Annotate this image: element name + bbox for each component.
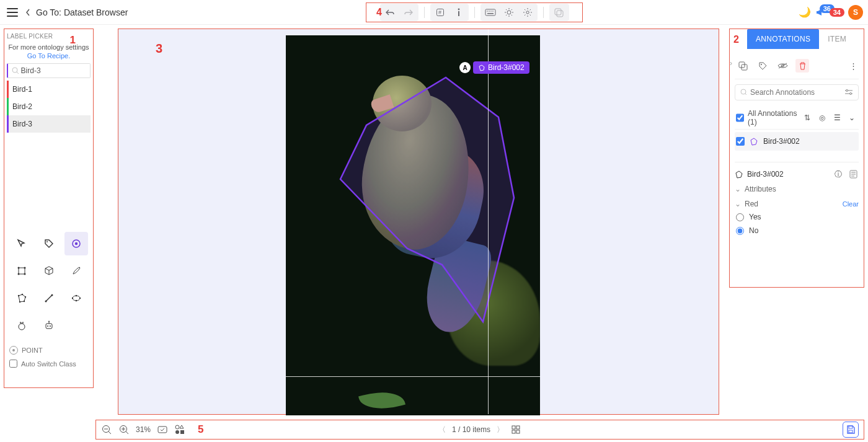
collapse-icon[interactable]: › xyxy=(730,59,732,68)
app-header: Go To: Dataset Browser 4 # xyxy=(0,0,868,25)
visibility-icon[interactable] xyxy=(776,59,789,73)
copy-icon[interactable] xyxy=(736,59,750,73)
annotation-action-row: › ⋮ xyxy=(735,54,859,79)
image-canvas[interactable] xyxy=(286,35,540,415)
list-icon[interactable]: ☰ xyxy=(831,112,843,123)
keyboard-icon[interactable] xyxy=(483,6,498,19)
svg-point-53 xyxy=(48,321,50,322)
svg-point-65 xyxy=(850,93,852,95)
target-icon[interactable]: ◎ xyxy=(817,112,828,123)
annotation-search[interactable] xyxy=(735,84,859,100)
annotation-search-input[interactable] xyxy=(750,88,844,97)
annotations-panel: 2 ANNOTATIONS ITEM › ⋮ All Annotations (… xyxy=(729,29,864,288)
polygon-tool-icon[interactable] xyxy=(10,286,33,310)
svg-rect-81 xyxy=(512,426,515,429)
polygon-icon xyxy=(735,170,743,179)
point-mode-icon xyxy=(9,346,18,355)
svg-rect-77 xyxy=(158,427,167,433)
svg-point-19 xyxy=(526,11,528,14)
label-search-input[interactable] xyxy=(21,66,86,75)
zoom-out-icon[interactable] xyxy=(101,424,112,435)
sort-icon[interactable]: ⇅ xyxy=(802,112,813,123)
bottom-bar: 31% 5 〈 1 / 10 items 〉 xyxy=(95,420,864,440)
all-annotations-checkbox[interactable] xyxy=(736,113,744,122)
annotation-item-checkbox[interactable] xyxy=(736,137,745,146)
filter-icon[interactable] xyxy=(844,89,853,96)
point-tool-icon[interactable] xyxy=(64,232,88,255)
label-item-bird3[interactable]: Bird-3 xyxy=(7,115,91,133)
save-button[interactable] xyxy=(843,422,859,438)
radio-no[interactable] xyxy=(736,227,744,235)
undo-icon[interactable] xyxy=(383,6,397,19)
box-tool-icon[interactable] xyxy=(10,259,33,283)
fit-icon[interactable] xyxy=(157,424,168,435)
alerts-bell-icon[interactable]: 34 xyxy=(830,8,844,17)
info-icon[interactable] xyxy=(451,6,466,19)
cube-tool-icon[interactable] xyxy=(37,259,61,283)
attr-option-yes[interactable]: Yes xyxy=(735,210,859,223)
label-item-bird1[interactable]: Bird-1 xyxy=(7,81,91,98)
shapes-icon[interactable] xyxy=(174,424,185,435)
label-picker-panel: 1 LABEL PICKER For more ontology setting… xyxy=(4,29,94,388)
ellipse-tool-icon[interactable] xyxy=(64,286,88,310)
delete-icon[interactable] xyxy=(795,59,809,73)
all-annotations-label: All Annotations (1) xyxy=(748,109,798,126)
tab-annotations[interactable]: ANNOTATIONS xyxy=(747,29,819,49)
pointer-tool-icon[interactable] xyxy=(10,232,33,255)
avatar[interactable]: S xyxy=(848,5,863,20)
brush-tool-icon[interactable] xyxy=(64,259,88,283)
tag-tool-icon[interactable] xyxy=(37,232,61,255)
zoom-in-icon[interactable] xyxy=(118,424,130,435)
svg-rect-83 xyxy=(512,430,515,433)
auto-switch-label: Auto Switch Class xyxy=(21,360,76,368)
right-tabs: ANNOTATIONS ITEM xyxy=(747,29,864,49)
grid-view-icon[interactable] xyxy=(510,424,521,435)
attributes-section[interactable]: ⌄ Attributes xyxy=(735,180,859,195)
note-icon[interactable] xyxy=(848,169,859,180)
radio-yes[interactable] xyxy=(736,213,744,221)
svg-rect-84 xyxy=(516,430,520,433)
svg-rect-20 xyxy=(555,9,561,15)
menu-icon[interactable] xyxy=(5,5,20,20)
next-icon[interactable]: 〉 xyxy=(497,425,504,435)
all-annotations-row[interactable]: All Annotations (1) ⇅ ◎ ☰ ⌄ xyxy=(735,107,859,130)
hash-icon[interactable]: # xyxy=(433,6,448,19)
goto-title[interactable]: Go To: Dataset Browser xyxy=(36,7,128,17)
polygon-icon xyxy=(478,64,485,71)
prev-icon[interactable]: 〈 xyxy=(438,425,446,435)
attribute-red-section[interactable]: ⌄ Red Clear xyxy=(735,195,859,210)
settings-icon[interactable] xyxy=(520,6,535,19)
duplicate-icon[interactable] xyxy=(552,6,567,19)
annotation-list-item[interactable]: Bird-3#002 xyxy=(735,132,859,151)
magic-tool-icon[interactable] xyxy=(10,314,33,337)
svg-point-40 xyxy=(73,296,80,301)
svg-point-45 xyxy=(19,324,25,330)
back-icon[interactable] xyxy=(25,8,31,17)
canvas-zone[interactable]: 3 A Bird-3#002 xyxy=(118,29,719,415)
ai-tool-icon[interactable] xyxy=(37,314,61,337)
attr-option-no[interactable]: No xyxy=(735,223,859,237)
tag2-icon[interactable] xyxy=(756,59,769,73)
label-text: Bird-2 xyxy=(12,102,32,111)
label-search[interactable] xyxy=(7,63,91,78)
theme-icon[interactable]: 🌙 xyxy=(799,6,811,18)
line-tool-icon[interactable] xyxy=(37,286,61,310)
attributes-label: Attributes xyxy=(745,185,776,193)
svg-point-38 xyxy=(45,301,46,303)
auto-switch-checkbox[interactable] xyxy=(9,360,17,368)
svg-point-33 xyxy=(21,294,22,295)
info2-icon[interactable]: ⓘ xyxy=(833,169,844,180)
tab-item[interactable]: ITEM xyxy=(819,29,855,49)
goto-recipe-link[interactable]: Go To Recipe. xyxy=(7,52,91,60)
auto-switch-class[interactable]: Auto Switch Class xyxy=(9,360,88,368)
clear-link[interactable]: Clear xyxy=(843,200,859,208)
brightness-icon[interactable] xyxy=(502,6,516,19)
chevron-down-icon[interactable]: ⌄ xyxy=(846,112,857,123)
svg-rect-4 xyxy=(485,9,495,15)
polygon-icon xyxy=(750,137,758,146)
notifications-bullhorn-icon[interactable]: 36 xyxy=(815,7,826,18)
more-icon[interactable]: ⋮ xyxy=(849,61,857,71)
label-item-bird2[interactable]: Bird-2 xyxy=(7,98,91,115)
annotation-chip[interactable]: A Bird-3#002 xyxy=(459,61,529,74)
redo-icon[interactable] xyxy=(401,6,416,19)
